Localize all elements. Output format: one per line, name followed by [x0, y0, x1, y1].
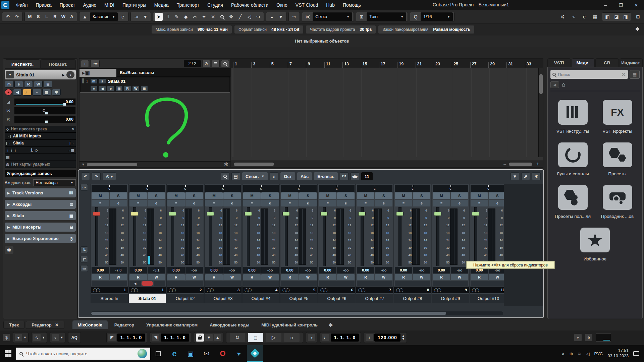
channel-e-button[interactable]: e: [148, 200, 165, 206]
channel-name[interactable]: Sitala 01: [129, 294, 166, 303]
peak-value[interactable]: -oo: [261, 267, 279, 274]
menu-item[interactable]: Hub: [322, 2, 339, 8]
info-item[interactable]: Формат записи 48 kHz - 24 bit: [234, 25, 303, 34]
mixer-redo-icon[interactable]: ↷: [92, 172, 101, 180]
channel-e-button[interactable]: e: [413, 200, 430, 206]
left-zone-tab[interactable]: Редактор ✕: [26, 321, 64, 329]
undo-icon[interactable]: ↶: [4, 13, 12, 21]
menu-item[interactable]: Транспорт: [173, 2, 203, 8]
swing-icon[interactable]: ⑆: [559, 13, 567, 21]
peak-value[interactable]: -oo: [375, 267, 392, 274]
inspector-section[interactable]: ▶ Sitala ▦: [5, 211, 76, 220]
info-item[interactable]: Макс. время записи 900 час 11 мин: [152, 25, 232, 34]
write-button[interactable]: W: [299, 274, 317, 280]
collapse-icon[interactable]: ▼: [82, 163, 85, 166]
zoom-slider[interactable]: [509, 163, 532, 166]
mixer-snapshot-icon[interactable]: ⊙ ▾: [103, 172, 116, 180]
redo-icon[interactable]: ↷: [13, 13, 21, 21]
inspector-tab[interactable]: Показат.: [40, 59, 76, 69]
autoscroll-dropdown-icon[interactable]: ▼: [141, 13, 149, 21]
mixer-channel-strip[interactable]: c M S ≡ e 60121824304050 60121824304050 …: [356, 184, 393, 303]
right-zone-tab[interactable]: CR: [595, 58, 619, 67]
mute-button[interactable]: M: [92, 192, 109, 199]
write-button[interactable]: W: [148, 274, 165, 280]
media-tile[interactable]: Пресеты пол...ля: [553, 185, 593, 219]
mute-tool-icon[interactable]: ✕: [209, 13, 217, 21]
inspector-tab[interactable]: Инспекто.: [5, 59, 40, 69]
listen-button[interactable]: ≡: [357, 200, 374, 206]
bank-nav-icon[interactable]: ◀▶: [351, 172, 359, 180]
write-button[interactable]: W: [185, 274, 203, 280]
media-tile[interactable]: Избранное: [575, 228, 615, 261]
volume-slider[interactable]: 0.00: [14, 98, 76, 106]
mixer-gear-icon[interactable]: ✱: [532, 172, 541, 180]
track-state-button[interactable]: L: [43, 14, 50, 19]
mute-button[interactable]: M: [395, 192, 412, 199]
menu-item[interactable]: Аудио: [79, 2, 101, 8]
home-icon[interactable]: ⌂: [562, 81, 565, 88]
inspector-section[interactable]: ▶ Быстрое Управление ◷: [5, 234, 76, 243]
solo-button[interactable]: S: [375, 192, 392, 199]
track-state-button[interactable]: S: [35, 14, 42, 19]
track-state-button[interactable]: W: [60, 14, 67, 19]
read-button[interactable]: R: [395, 274, 412, 280]
inspector-section[interactable]: ▶ MIDI инсерты ⊟: [5, 223, 76, 232]
hand-tool-icon[interactable]: ✥: [227, 13, 235, 21]
solo-button[interactable]: S: [223, 192, 241, 199]
cycle-button[interactable]: ↻: [230, 333, 245, 342]
metronome-icon[interactable]: ♪: [366, 334, 373, 341]
add-track-button[interactable]: ＋: [81, 60, 89, 67]
fader-cap[interactable]: [93, 212, 100, 216]
write-button[interactable]: W: [223, 274, 241, 280]
pan-control[interactable]: c: [129, 185, 165, 192]
read-button[interactable]: R: [243, 274, 261, 280]
store-icon[interactable]: ▣: [182, 345, 199, 362]
mute-button[interactable]: M: [357, 192, 374, 199]
track-ms-button[interactable]: m: [90, 78, 98, 84]
vertical-scrollbar[interactable]: [538, 68, 543, 157]
mixer-channel-strip[interactable]: c M S ≡ e 60121824304050 60121824304050 …: [91, 184, 128, 303]
taskbar-clock[interactable]: 17:51 03.10.2023: [607, 348, 629, 359]
peak-value[interactable]: -oo: [185, 267, 203, 274]
solo-button[interactable]: S: [299, 192, 317, 199]
write-button[interactable]: W: [413, 274, 430, 280]
solo-button[interactable]: S: [451, 192, 468, 199]
language-indicator[interactable]: РУС: [594, 351, 603, 356]
lower-zone-tab[interactable]: Редактор: [109, 320, 140, 329]
channel-bank-row[interactable]: ⋮⋮⋮1◇→▦: [5, 147, 76, 154]
midi-activity-icon[interactable]: ◒: [52, 334, 59, 341]
right-zone-tab[interactable]: Меди.: [572, 58, 595, 67]
mixer-channel-strip[interactable]: c M S ≡ e 60121824304050 60121824304050 …: [204, 184, 242, 303]
fader-cap[interactable]: [434, 212, 441, 216]
open-full-mixer-icon[interactable]: ⬈: [521, 172, 530, 180]
tempo-e-icon[interactable]: e: [585, 334, 592, 341]
solo-button[interactable]: S: [261, 192, 279, 199]
read-button[interactable]: R: [319, 274, 336, 280]
track-header[interactable]: ▼ Sitala 01 ▸ e: [5, 70, 76, 79]
track-state-button[interactable]: A: [68, 14, 75, 19]
listen-button[interactable]: ≡: [243, 200, 261, 206]
media-tile[interactable]: Лупы и семплы: [553, 142, 593, 176]
read-button[interactable]: R: [92, 274, 109, 280]
punch-lock-icon[interactable]: [196, 334, 204, 342]
abs-button[interactable]: Абс: [297, 172, 312, 180]
channel-e-button[interactable]: e: [185, 200, 203, 206]
close-button[interactable]: ✕: [629, 0, 644, 10]
line-tool-icon[interactable]: ╱: [236, 13, 244, 21]
record-button[interactable]: ○: [284, 333, 300, 342]
fader-value[interactable]: 0.00: [243, 267, 261, 274]
fader-cap[interactable]: [169, 212, 176, 216]
fader-value[interactable]: 0.00: [167, 267, 185, 274]
menu-item[interactable]: VST Cloud: [291, 2, 322, 8]
mute-button[interactable]: M: [167, 192, 185, 199]
arrange-area[interactable]: 13579111315171921232527293133 ─ ＋: [231, 58, 543, 168]
menu-item[interactable]: Студия: [203, 2, 227, 8]
read-button[interactable]: R: [281, 274, 299, 280]
pan-control[interactable]: c: [243, 185, 279, 192]
fader-cap[interactable]: [282, 212, 290, 216]
auto-quantize-button[interactable]: AQ: [70, 335, 79, 340]
rack-options-icon[interactable]: ⋯: [80, 184, 88, 191]
mixer-search-icon[interactable]: [221, 172, 229, 180]
solo-button[interactable]: S: [110, 192, 127, 199]
fader-value[interactable]: 0.00: [92, 267, 109, 274]
